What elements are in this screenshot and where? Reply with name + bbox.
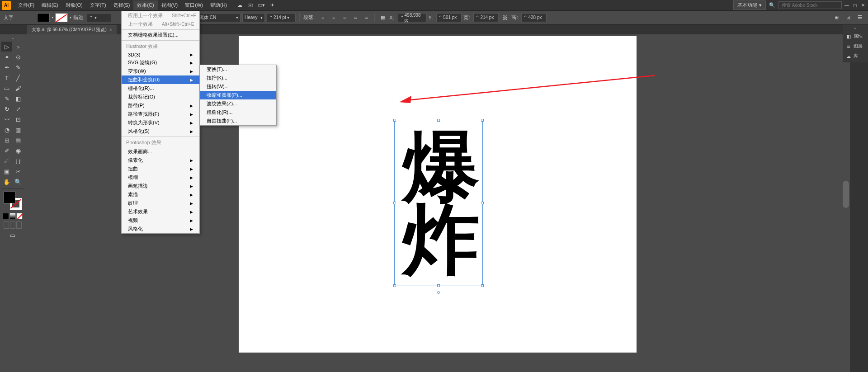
w-value[interactable]: ⌃214 px: [473, 13, 499, 22]
color-mode-color[interactable]: [3, 213, 9, 219]
toolbar-chevrons[interactable]: »: [1, 36, 24, 41]
free-transform-tool[interactable]: ⊡: [13, 114, 24, 124]
x-value[interactable]: ⌃498.998 p;: [398, 13, 427, 22]
font-size-input[interactable]: ⌃214 pt▾: [267, 13, 296, 22]
menu-edit[interactable]: 编辑(E): [38, 0, 62, 10]
justify2-icon[interactable]: ≣: [362, 13, 371, 22]
perspective-tool[interactable]: ▦: [13, 125, 24, 135]
draw-behind[interactable]: [10, 221, 15, 229]
selection-tool[interactable]: ▷: [1, 42, 12, 52]
y-value[interactable]: ⌃501 px: [436, 13, 462, 22]
graph-tool[interactable]: ⫿⫿: [13, 156, 24, 166]
align-center-icon[interactable]: ≡: [329, 13, 338, 22]
justify-icon[interactable]: ≣: [351, 13, 360, 22]
h-value[interactable]: ⌃428 px: [521, 13, 547, 22]
effects-warp[interactable]: 变形(W)▶: [122, 67, 199, 75]
shape-builder-tool[interactable]: ◔: [1, 125, 12, 135]
menu-icon[interactable]: ☰: [855, 13, 864, 22]
type-tool[interactable]: T: [1, 73, 12, 83]
fill-swatch[interactable]: [37, 13, 50, 22]
menu-type[interactable]: 文字(T): [86, 0, 110, 10]
fill-stroke-control[interactable]: [4, 192, 22, 210]
minimize-button[interactable]: —: [844, 2, 850, 9]
effects-apply-last[interactable]: 应用上一个效果Shift+Ctrl+E: [122, 11, 199, 20]
submenu-roughen[interactable]: 粗糙化(R)...: [200, 108, 276, 117]
effects-path[interactable]: 路径(P)▶: [122, 101, 199, 110]
effects-svg-filter[interactable]: SVG 滤镜(G)▶: [122, 58, 199, 67]
effects-distort-ps[interactable]: 扭曲▶: [122, 165, 199, 173]
effects-stylize-ill[interactable]: 风格化(S)▶: [122, 127, 199, 136]
effects-stylize-ps[interactable]: 风格化▶: [122, 225, 199, 233]
zoom-tool[interactable]: 🔍: [13, 177, 24, 187]
text-object[interactable]: 爆 炸: [397, 122, 481, 285]
curvature-tool[interactable]: ✎: [13, 62, 24, 72]
submenu-twist[interactable]: 扭转(W)...: [200, 82, 276, 91]
menu-effect[interactable]: 效果(C): [133, 0, 157, 10]
panel-libraries[interactable]: ☁库: [844, 52, 867, 61]
gradient-tool[interactable]: ▤: [13, 135, 24, 145]
stroke-dd-icon[interactable]: ▾: [70, 15, 71, 19]
hand-tool[interactable]: ✋: [1, 177, 12, 187]
menu-file[interactable]: 文件(F): [14, 0, 38, 10]
submenu-zigzag[interactable]: 波纹效果(Z)...: [200, 99, 276, 108]
color-mode-gradient[interactable]: [9, 213, 16, 219]
stock-icon[interactable]: St: [247, 2, 254, 9]
menu-window[interactable]: 窗口(W): [181, 0, 207, 10]
effects-pixelate[interactable]: 像素化▶: [122, 156, 199, 165]
effects-crop-marks[interactable]: 裁剪标记(O): [122, 93, 199, 101]
menu-help[interactable]: 帮助(H): [207, 0, 231, 10]
effects-pathfinder[interactable]: 路径查找器(F)▶: [122, 110, 199, 118]
submenu-tweak[interactable]: 扭拧(K)...: [200, 74, 276, 82]
gpu-icon[interactable]: ✈: [269, 2, 276, 9]
eraser-tool[interactable]: ◧: [13, 94, 24, 104]
transform-icon[interactable]: ▦: [378, 13, 387, 22]
artboard-tool[interactable]: ▣: [1, 166, 12, 176]
panel-expand-icon[interactable]: «: [844, 26, 867, 31]
align-left-icon[interactable]: ≡: [318, 13, 327, 22]
effects-gallery[interactable]: 效果画廊...: [122, 147, 199, 156]
pen-tool[interactable]: ✒: [1, 62, 12, 72]
panel-properties[interactable]: ◧属性: [844, 32, 867, 41]
width-tool[interactable]: 〰: [1, 114, 12, 124]
search-icon[interactable]: 🔍: [768, 1, 777, 10]
effects-sketch[interactable]: 素描▶: [122, 190, 199, 199]
menu-view[interactable]: 视图(V): [158, 0, 182, 10]
menu-object[interactable]: 对象(O): [62, 0, 86, 10]
align-right-icon[interactable]: ≡: [340, 13, 349, 22]
line-tool[interactable]: ╱: [13, 73, 24, 83]
close-button[interactable]: ✕: [860, 2, 866, 9]
fill-dd-icon[interactable]: ▾: [52, 15, 53, 19]
screen-mode[interactable]: ▭: [7, 230, 18, 240]
effects-doc-raster[interactable]: 文档栅格效果设置(E)...: [122, 31, 199, 39]
effects-last-effect[interactable]: 上一个效果Alt+Shift+Ctrl+E: [122, 20, 199, 28]
tab-close-icon[interactable]: ×: [109, 28, 112, 33]
direct-selection-tool[interactable]: ▹: [13, 42, 24, 52]
workspace-dropdown[interactable]: 基本功能 ▾: [733, 0, 766, 10]
scrollbar-thumb[interactable]: [843, 181, 849, 208]
effects-texture[interactable]: 纹理▶: [122, 199, 199, 207]
mesh-tool[interactable]: ⊞: [1, 135, 12, 145]
brush-tool[interactable]: 🖌: [13, 83, 24, 93]
effects-artistic[interactable]: 艺术效果▶: [122, 207, 199, 216]
effects-convert-shape[interactable]: 转换为形状(V)▶: [122, 118, 199, 127]
rotate-tool[interactable]: ↻: [1, 104, 12, 114]
stroke-weight[interactable]: ⌃▾: [87, 13, 111, 22]
magic-wand-tool[interactable]: ✦: [1, 52, 12, 62]
submenu-pucker-bloat[interactable]: 收缩和膨胀(P)...: [200, 91, 276, 99]
rect-tool[interactable]: ▭: [1, 83, 12, 93]
font-weight-dropdown[interactable]: Heavy▾: [242, 13, 265, 22]
document-tab[interactable]: 大寒.ai @ 66.67% (CMYK/GPU 预览) ×: [27, 25, 117, 34]
color-mode-none[interactable]: [16, 213, 23, 219]
panel-layers[interactable]: ≣图层: [844, 42, 867, 51]
arrange-icon[interactable]: ▭▾: [258, 2, 265, 9]
overflow-icon-2[interactable]: ⊡: [844, 13, 853, 22]
effects-distort-transform[interactable]: 扭曲和变换(D)▶: [122, 75, 199, 84]
effects-rasterize[interactable]: 栅格化(R)...: [122, 84, 199, 93]
shaper-tool[interactable]: ✎: [1, 94, 12, 104]
draw-normal[interactable]: [4, 221, 9, 229]
eyedropper-tool[interactable]: ✐: [1, 146, 12, 155]
blend-tool[interactable]: ◉: [13, 146, 24, 155]
submenu-transform[interactable]: 变换(T)...: [200, 65, 276, 74]
cloud-icon[interactable]: ☁: [236, 2, 243, 9]
effects-brush-strokes[interactable]: 画笔描边▶: [122, 182, 199, 190]
